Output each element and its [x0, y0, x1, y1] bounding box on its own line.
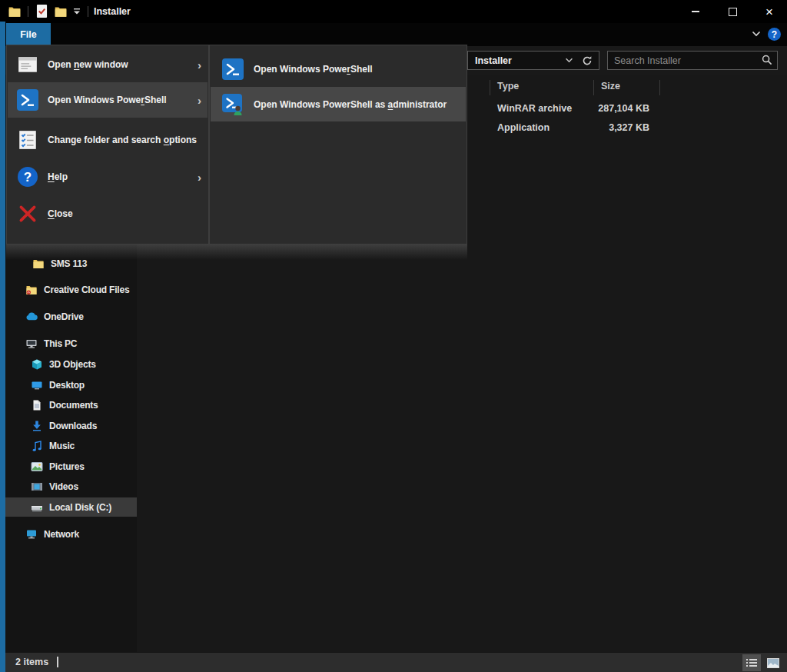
- file-tab[interactable]: File: [6, 23, 51, 46]
- column-header-size[interactable]: Size: [601, 81, 620, 91]
- large-icons-view-button[interactable]: [764, 654, 782, 671]
- network-icon: [25, 528, 38, 541]
- creative-cloud-folder-icon: [25, 284, 38, 296]
- submenu-item-open-powershell[interactable]: Open Windows PowerShell: [211, 52, 466, 86]
- menu-item-change-folder-options[interactable]: Change folder and search options: [8, 122, 208, 158]
- new-window-icon: [17, 54, 38, 75]
- sidebar-item-label: This PC: [44, 338, 77, 349]
- maximize-icon: [729, 8, 737, 16]
- sidebar-item-label: Creative Cloud Files: [44, 284, 129, 295]
- sidebar-item-creative-cloud-files[interactable]: Creative Cloud Files: [5, 280, 137, 299]
- sidebar-item-documents[interactable]: Documents: [5, 395, 137, 414]
- refresh-icon[interactable]: [582, 55, 593, 66]
- onedrive-cloud-icon: [25, 311, 38, 323]
- sidebar-item-3d-objects[interactable]: 3D Objects: [5, 354, 137, 374]
- status-separator: [57, 657, 58, 667]
- download-arrow-icon: [31, 420, 43, 432]
- film-icon: [31, 481, 43, 493]
- submenu-arrow-icon: ›: [198, 95, 201, 106]
- new-folder-icon[interactable]: [54, 5, 68, 18]
- sidebar-item-local-disk-c[interactable]: Local Disk (C:): [5, 497, 137, 517]
- app-folder-icon: [8, 5, 22, 18]
- sidebar-item-label: Music: [49, 441, 75, 451]
- maximize-button[interactable]: [715, 0, 750, 23]
- search-box: [607, 51, 778, 70]
- menu-item-label: Close: [48, 208, 73, 219]
- search-icon[interactable]: [762, 55, 772, 65]
- table-row[interactable]: WinRAR archive 287,104 KB: [467, 100, 787, 118]
- sidebar-item-label: Network: [44, 529, 79, 540]
- table-row[interactable]: Application 3,327 KB: [467, 119, 787, 138]
- close-x-icon: [17, 203, 38, 225]
- computer-icon: [25, 338, 38, 350]
- titlebar: Installer ×: [0, 0, 787, 23]
- desktop-icon: [31, 379, 43, 391]
- disk-drive-icon: [31, 501, 43, 514]
- search-input[interactable]: [607, 51, 778, 70]
- sidebar-item-desktop[interactable]: Desktop: [5, 375, 137, 394]
- menu-item-label: Open Windows PowerShell: [254, 64, 373, 75]
- picture-icon: [31, 461, 43, 473]
- sidebar-item-label: Pictures: [49, 461, 85, 472]
- powershell-submenu: Open Windows PowerShell Open Windows Pow…: [209, 45, 467, 245]
- svg-text:?: ?: [24, 170, 32, 185]
- sidebar-item-label: OneDrive: [44, 311, 84, 322]
- file-size-cell: 3,327 KB: [588, 122, 649, 133]
- menu-item-help[interactable]: ? Help ›: [8, 159, 208, 195]
- items-count: 2 items: [15, 657, 48, 667]
- properties-check-icon[interactable]: [36, 4, 48, 18]
- sidebar-item-pictures[interactable]: Pictures: [5, 457, 137, 476]
- file-size-cell: 287,104 KB: [588, 103, 649, 114]
- powershell-icon: [17, 89, 38, 111]
- sidebar-item-label: Documents: [49, 400, 98, 411]
- powershell-admin-icon: [222, 94, 244, 115]
- menu-item-label: Help: [48, 171, 68, 182]
- sidebar-item-music[interactable]: Music: [5, 436, 137, 455]
- menu-item-open-new-window[interactable]: Open new window ›: [8, 47, 208, 82]
- address-bar[interactable]: Installer: [467, 51, 599, 70]
- minimize-icon: [692, 11, 699, 12]
- menu-item-label: Change folder and search options: [48, 135, 197, 145]
- column-header-type[interactable]: Type: [497, 81, 519, 91]
- column-separator: [490, 80, 490, 95]
- file-menu: Open new window › Open Windows PowerShel…: [6, 45, 209, 245]
- sidebar-item-downloads[interactable]: Downloads: [5, 416, 137, 435]
- submenu-item-open-powershell-admin[interactable]: Open Windows PowerShell as administrator: [211, 87, 466, 121]
- sidebar-item-label: Local Disk (C:): [49, 502, 111, 513]
- window-accent-border: [0, 22, 5, 672]
- explorer-window: Installer × File ? Installer Type Size: [0, 0, 787, 672]
- folder-options-icon: [17, 129, 38, 151]
- large-icons-view-icon: [767, 658, 779, 668]
- column-separator: [593, 80, 594, 95]
- help-icon: ?: [17, 166, 38, 188]
- details-view-button[interactable]: [742, 654, 761, 671]
- sidebar-item-label: Videos: [49, 481, 78, 492]
- details-view-icon: [746, 658, 757, 667]
- qat-chevron-icon[interactable]: [73, 8, 81, 15]
- sidebar-item-network[interactable]: Network: [5, 524, 137, 544]
- menu-shadow: [6, 245, 467, 260]
- ribbon-expand-chevron-icon[interactable]: [752, 31, 761, 37]
- sidebar-item-videos[interactable]: Videos: [5, 477, 137, 496]
- close-icon: ×: [765, 5, 773, 18]
- sidebar-item-onedrive[interactable]: OneDrive: [5, 307, 137, 326]
- menu-item-label: Open new window: [48, 59, 128, 70]
- menu-item-label: Open Windows PowerShell: [48, 95, 167, 105]
- address-dropdown-chevron-icon[interactable]: [565, 58, 573, 63]
- submenu-arrow-icon: ›: [198, 59, 201, 71]
- sidebar-item-label: Desktop: [49, 380, 85, 391]
- window-title: Installer: [94, 6, 131, 17]
- minimize-button[interactable]: [678, 0, 713, 23]
- cube-icon: [31, 358, 43, 371]
- ribbon-help-icon[interactable]: ?: [768, 28, 781, 41]
- close-button[interactable]: ×: [752, 0, 787, 23]
- menu-item-open-windows-powershell[interactable]: Open Windows PowerShell ›: [8, 82, 208, 118]
- file-type-cell: Application: [497, 122, 550, 133]
- menu-item-close[interactable]: Close: [8, 196, 208, 231]
- submenu-arrow-icon: ›: [198, 171, 201, 183]
- sidebar-item-this-pc[interactable]: This PC: [5, 334, 137, 353]
- titlebar-separator: [88, 6, 88, 17]
- document-icon: [31, 399, 43, 411]
- sidebar-item-label: Downloads: [49, 421, 97, 431]
- music-note-icon: [31, 440, 43, 452]
